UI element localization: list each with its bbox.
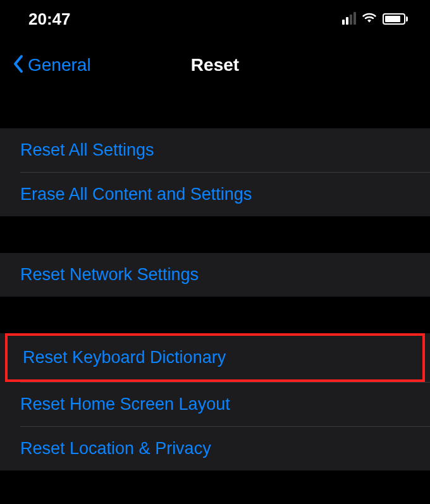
reset-keyboard-dictionary-row[interactable]: Reset Keyboard Dictionary xyxy=(8,336,422,379)
back-label: General xyxy=(28,55,91,75)
section-spacer xyxy=(0,297,430,333)
battery-icon xyxy=(383,13,408,25)
page-title: Reset xyxy=(191,55,239,75)
row-label: Reset Home Screen Layout xyxy=(20,395,230,414)
settings-group-2: Reset Network Settings xyxy=(0,253,430,297)
row-label: Reset Network Settings xyxy=(20,265,199,285)
back-button[interactable]: General xyxy=(13,54,91,76)
reset-network-settings-row[interactable]: Reset Network Settings xyxy=(0,253,430,297)
reset-location-privacy-row[interactable]: Reset Location & Privacy xyxy=(0,427,430,470)
status-icons xyxy=(342,11,408,27)
reset-home-screen-layout-row[interactable]: Reset Home Screen Layout xyxy=(0,383,430,426)
row-label: Reset Location & Privacy xyxy=(20,439,211,458)
highlight-annotation: Reset Keyboard Dictionary xyxy=(5,333,425,382)
settings-group-1: Reset All Settings Erase All Content and… xyxy=(0,128,430,216)
settings-group-3: Reset Keyboard Dictionary Reset Home Scr… xyxy=(0,333,430,470)
section-spacer xyxy=(0,216,430,253)
status-bar: 20:47 xyxy=(0,0,430,38)
row-label: Erase All Content and Settings xyxy=(20,185,252,204)
nav-bar: General Reset xyxy=(0,38,430,92)
row-label: Reset All Settings xyxy=(20,140,154,160)
chevron-left-icon xyxy=(13,54,24,76)
reset-all-settings-row[interactable]: Reset All Settings xyxy=(0,128,430,172)
erase-all-content-row[interactable]: Erase All Content and Settings xyxy=(0,173,430,216)
section-spacer xyxy=(0,92,430,128)
row-label: Reset Keyboard Dictionary xyxy=(23,348,226,367)
cellular-icon xyxy=(342,13,356,25)
wifi-icon xyxy=(361,11,378,27)
status-time: 20:47 xyxy=(28,9,71,29)
